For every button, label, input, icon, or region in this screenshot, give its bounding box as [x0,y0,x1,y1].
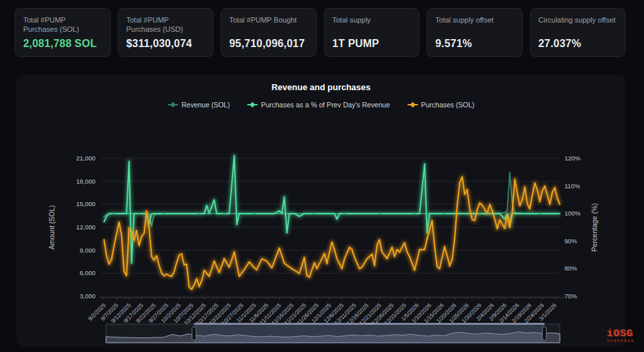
data-point-marker [557,197,559,199]
iosg-ventures-logo: iOSG VENTURES [607,329,644,343]
data-point-marker [343,213,345,215]
legend-item-1[interactable]: Purchases as a % of Prev Day's Revenue [247,101,390,109]
data-point-marker [253,213,255,215]
stat-value: 2,081,788 SOL [23,38,102,50]
data-point-marker [376,244,378,246]
data-point-marker [223,213,225,215]
y-right-tick-label: 70% [564,292,578,300]
y-right-tick-label: 100% [564,209,581,217]
navigator-grip-icon [368,323,370,324]
y-right-tick-label: 120% [564,154,581,162]
y-left-tick-label: 15,000 [76,200,95,207]
stat-value: 95,710,096,017 [229,38,308,50]
purchases-sol-line-glow [104,177,560,290]
legend-marker-icon [407,102,418,107]
data-point-marker [198,285,200,287]
y-left-tick-label: 3,000 [80,292,95,300]
chart-canvas[interactable]: 21,00018,00015,00012,0009,0006,0003,0001… [17,75,625,347]
stat-label: Total supply [333,15,411,25]
y-left-tick-label: 21,000 [76,154,95,162]
y-right-tick-label: 90% [564,237,578,245]
stats-row: Total #PUMP Purchases (SOL) 2,081,788 SO… [15,8,625,57]
chart-legend: Revenue (SOL)Purchases as a % of Prev Da… [17,101,625,109]
legend-marker-icon [168,102,178,107]
data-point-marker [486,213,488,215]
data-point-marker [449,264,451,266]
data-point-marker [378,213,380,215]
legend-item-2[interactable]: Purchases (SOL) [407,101,475,109]
data-point-marker [128,227,130,229]
stat-label: Total supply offset [435,15,514,25]
data-point-marker [398,251,400,253]
data-point-marker [163,213,165,215]
stat-card-pump-purchases-sol: Total #PUMP Purchases (SOL) 2,081,788 SO… [15,8,111,57]
y-right-tick-label: 80% [564,264,578,272]
data-point-marker [539,213,541,215]
data-point-marker [283,196,285,198]
legend-label: Revenue (SOL) [182,101,230,109]
stat-card-circulating-supply-offset: Circulating supply offset 27.037% [530,8,626,57]
navigator-grip-icon [371,323,372,324]
stat-card-pump-purchases-usd: Total #PUMP Purchases (USD) $311,030,074 [118,8,214,57]
data-point-marker [298,272,300,274]
data-point-marker [443,213,445,215]
legend-label: Purchases (SOL) [421,101,475,109]
stat-label: Circulating supply offset [539,15,617,25]
data-point-marker [504,227,506,229]
iosg-ventures-text: VENTURES [607,340,644,343]
data-point-marker [351,249,353,251]
stat-value: $311,030,074 [127,38,205,50]
data-point-marker [478,213,480,215]
stat-label: Total #PUMP Purchases (USD) [127,15,205,34]
data-point-marker [163,274,165,276]
data-point-marker [426,238,428,240]
data-point-marker [413,213,415,215]
iosg-logo-text: iOSG [607,329,644,339]
stat-card-pump-bought: Total #PUMP Bought 95,710,096,017 [221,8,317,57]
data-point-marker [180,253,182,255]
y-left-tick-label: 6,000 [80,269,95,276]
data-point-marker [111,259,113,261]
data-point-marker [198,213,200,215]
stat-card-total-supply-offset: Total supply offset 9.571% [427,8,523,57]
navigator-left-handle[interactable] [192,327,196,340]
y-left-tick-label: 9,000 [80,247,95,254]
data-point-marker [138,213,140,215]
y-left-axis-title: Amount (SOL) [48,205,56,249]
y-left-tick-label: 18,000 [76,178,95,185]
data-point-marker [256,268,258,270]
stat-label: Total #PUMP Bought [229,15,308,25]
data-point-marker [223,258,225,260]
dashboard-page: Total #PUMP Purchases (SOL) 2,081,788 SO… [0,0,644,352]
stat-value: 9.571% [435,38,514,50]
navigator-right-handle[interactable] [543,327,547,340]
data-point-marker [466,189,468,191]
legend-marker-icon [247,102,258,107]
data-point-marker [313,213,315,215]
navigator-selection[interactable] [194,323,545,343]
revenue-line [104,172,560,227]
y-right-axis-title: Percentage (%) [590,204,598,252]
chart-title: Revenue and purchases [17,82,625,92]
legend-item-0[interactable]: Revenue (SOL) [168,101,230,109]
data-point-marker [539,200,541,202]
stat-value: 27.037% [539,38,617,50]
stat-card-total-supply: Total supply 1T PUMP [324,8,420,57]
y-left-tick-label: 12,000 [76,223,95,231]
data-point-marker [146,210,148,212]
data-point-marker [521,199,523,201]
y-right-tick-label: 110% [564,182,580,190]
data-point-marker [326,263,328,264]
revenue-purchases-chart-panel: Revenue and purchases Revenue (SOL)Purch… [17,75,625,347]
legend-label: Purchases as a % of Prev Day's Revenue [261,101,390,109]
data-point-marker [113,213,115,215]
stat-value: 1T PUMP [333,38,411,50]
navigator-grip-icon [366,323,367,324]
stat-label: Total #PUMP Purchases (SOL) [23,15,102,34]
